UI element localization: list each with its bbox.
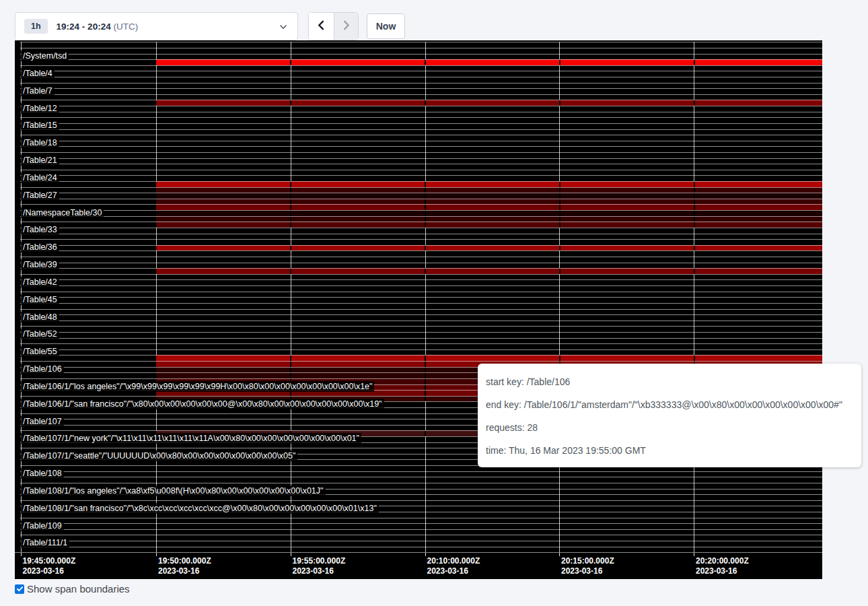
span-boundary-line [20, 88, 822, 89]
bucket-seam [290, 222, 291, 228]
heat-bar[interactable] [156, 245, 822, 251]
span-boundary-line [20, 112, 822, 112]
span-boundary-line [20, 250, 822, 251]
heat-bar[interactable] [156, 193, 822, 199]
row-key-label: /Table/108 [21, 468, 64, 479]
span-boundary-line [20, 158, 822, 159]
chevron-right-icon [341, 20, 351, 32]
span-boundary-line [20, 71, 822, 71]
axis-time-label: 20:20:00.000Z2023-03-16 [696, 556, 749, 576]
span-boundary-line [20, 100, 822, 100]
bucket-seam [425, 193, 426, 199]
bucket-seam [290, 355, 291, 361]
tooltip-time: time: Thu, 16 Mar 2023 19:55:00 GMT [486, 439, 853, 462]
bucket-seam [425, 100, 426, 106]
heat-bar[interactable] [156, 59, 822, 65]
span-boundary-line [20, 228, 822, 228]
time-nav-group [308, 12, 359, 40]
bucket-seam [694, 210, 695, 216]
row-key-label: /System/tsd [21, 50, 69, 61]
span-boundary-line [20, 170, 822, 170]
bucket-seam [425, 390, 426, 396]
range-timezone: (UTC) [113, 22, 138, 32]
span-boundary-line [20, 326, 822, 327]
heat-bar[interactable] [156, 210, 822, 216]
show-span-boundaries-checkbox[interactable] [15, 584, 24, 594]
bucket-seam [559, 100, 560, 106]
span-boundary-line [20, 175, 822, 176]
bucket-seam [559, 187, 560, 193]
heat-bar[interactable] [156, 199, 822, 205]
span-boundary-line [20, 518, 822, 518]
bucket-seam [559, 181, 560, 187]
row-key-label: /Table/108/1/"san francisco"/"\x8c\xcc\x… [21, 503, 379, 514]
axis-tick [694, 553, 694, 556]
prev-interval-button[interactable] [309, 13, 334, 40]
bucket-seam [694, 59, 695, 65]
heat-bar[interactable] [156, 181, 822, 187]
row-key-label: /Table/55 [21, 346, 59, 357]
bucket-seam [425, 216, 426, 222]
bucket-seam [425, 384, 426, 391]
bucket-seam [694, 100, 695, 106]
span-boundary-line [20, 83, 822, 83]
bucket-seam [425, 222, 426, 228]
heat-bar[interactable] [156, 187, 822, 193]
span-boundary-line [20, 146, 822, 147]
span-boundary-line [20, 199, 822, 199]
span-boundary-line [20, 263, 822, 263]
bucket-seam [290, 210, 291, 216]
bucket-seam [694, 187, 695, 193]
span-boundary-line [20, 59, 822, 60]
span-boundary-line [20, 303, 822, 304]
span-boundary-line [20, 181, 822, 182]
key-visualizer-heatmap[interactable]: /System/tsd/Table/4/Table/7/Table/12/Tab… [15, 40, 822, 579]
time-range-select[interactable]: 1h 19:24 - 20:24 (UTC) [15, 12, 298, 40]
heat-bar[interactable] [156, 268, 822, 274]
next-interval-button[interactable] [334, 13, 359, 40]
tooltip-start-key: start key: /Table/106 [486, 370, 853, 393]
row-key-label: /Table/12 [21, 103, 59, 114]
span-boundary-line [20, 268, 822, 269]
span-boundary-line [20, 500, 822, 501]
bucket-seam [425, 361, 426, 367]
time-axis: 19:45:00.000Z2023-03-1619:50:00.000Z2023… [15, 552, 822, 579]
span-boundary-line [20, 535, 822, 535]
heat-bar[interactable] [156, 222, 822, 228]
heat-bar[interactable] [156, 100, 822, 106]
axis-time-label: 19:45:00.000Z2023-03-16 [23, 556, 76, 576]
bucket-seam [559, 210, 560, 216]
row-key-label: /Table/107/1/"new york"/"\x11\x11\x11\x1… [21, 433, 361, 444]
bucket-seam [694, 355, 695, 361]
span-boundary-line [20, 547, 822, 547]
tooltip-end-key: end key: /Table/106/1/"amsterdam"/"\xb33… [486, 393, 853, 416]
span-boundary-line [20, 292, 822, 292]
row-key-label: /Table/48 [21, 312, 59, 323]
row-key-label: /Table/106/1/"los angeles"/"\x99\x99\x99… [21, 381, 374, 392]
row-key-label: /Table/15 [21, 120, 59, 131]
heat-bar[interactable] [156, 355, 822, 361]
range-value: 19:24 - 20:24 [57, 22, 111, 32]
now-button[interactable]: Now [367, 13, 405, 39]
range-text: 19:24 - 20:24 (UTC) [57, 22, 139, 32]
row-key-label: /Table/21 [21, 155, 59, 166]
bucket-seam [694, 204, 695, 210]
show-span-boundaries-label: Show span boundaries [27, 583, 130, 595]
span-boundary-line [20, 349, 822, 350]
row-key-label: /Table/36 [21, 242, 59, 252]
span-boundary-line [20, 523, 822, 524]
span-boundary-line [20, 106, 822, 106]
span-boundary-line [20, 338, 822, 339]
span-boundary-line [20, 471, 822, 472]
bucket-seam [425, 181, 426, 187]
bucket-seam [425, 355, 426, 361]
span-boundary-line [20, 274, 822, 275]
bucket-seam [425, 210, 426, 216]
heat-bar[interactable] [156, 216, 822, 222]
heat-bar[interactable] [156, 204, 822, 210]
chevron-left-icon [316, 20, 326, 32]
bucket-seam [290, 361, 291, 367]
bucket-seam [694, 245, 695, 251]
axis-tick [156, 553, 157, 556]
bucket-seam [694, 181, 695, 187]
